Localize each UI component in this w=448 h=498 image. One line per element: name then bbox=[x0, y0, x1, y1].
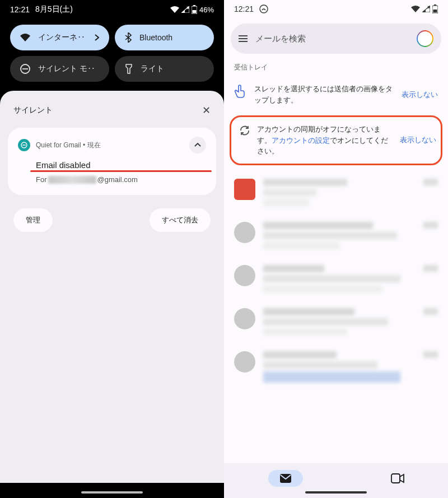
list-item[interactable] bbox=[224, 257, 448, 300]
tip-text: アカウントの同期がオフになっています。アカウントの設定でオンにしてください。 bbox=[257, 124, 394, 157]
notification-panel: サイレント ✕ Quiet for Gmail • 現在 Email disab… bbox=[0, 91, 224, 483]
redacted-text bbox=[263, 189, 316, 196]
close-icon[interactable]: ✕ bbox=[202, 104, 211, 117]
status-time: 12:21 bbox=[234, 4, 254, 13]
sender-avatar bbox=[234, 222, 255, 243]
signal-icon bbox=[181, 6, 189, 13]
svg-rect-3 bbox=[193, 5, 195, 6]
redacted-text bbox=[263, 351, 337, 359]
silent-mode-tile[interactable]: サイレント モ‥ bbox=[10, 56, 109, 82]
status-date: 8月5日(土) bbox=[35, 4, 73, 15]
status-bar: 12:21 bbox=[224, 0, 448, 18]
redacted-text bbox=[423, 222, 438, 229]
bluetooth-tile[interactable]: Bluetooth bbox=[115, 25, 214, 50]
redacted-text bbox=[263, 285, 382, 292]
search-bar[interactable]: メールを検索 bbox=[231, 24, 441, 54]
chevron-up-icon bbox=[194, 143, 201, 147]
tip-text: スレッドを選択するには送信者の画像をタップします。 bbox=[254, 83, 394, 105]
redacted-text bbox=[423, 351, 438, 358]
annotation-underline bbox=[30, 170, 212, 172]
nav-handle[interactable] bbox=[305, 491, 367, 494]
silent-section-title: サイレント bbox=[13, 105, 53, 115]
wifi-icon bbox=[170, 6, 179, 13]
list-item[interactable] bbox=[224, 300, 448, 343]
redacted-text bbox=[263, 242, 339, 249]
menu-icon[interactable] bbox=[239, 35, 248, 42]
wifi-icon bbox=[20, 34, 30, 41]
status-bar: 12:21 8月5日(土) 46% bbox=[0, 0, 224, 19]
sender-avatar bbox=[234, 308, 255, 329]
tile-label: インターネ‥ bbox=[38, 32, 85, 43]
tile-label: Bluetooth bbox=[139, 33, 172, 42]
bluetooth-icon bbox=[125, 32, 132, 43]
dismiss-link[interactable]: 表示しない bbox=[400, 135, 436, 145]
notification-title: Email disabled bbox=[36, 160, 206, 170]
touch-icon bbox=[234, 85, 246, 98]
redacted-text bbox=[263, 328, 347, 336]
redacted-text bbox=[263, 318, 388, 325]
flashlight-tile[interactable]: ライト bbox=[115, 56, 214, 82]
chevron-right-icon bbox=[95, 34, 99, 41]
svg-rect-12 bbox=[434, 4, 436, 6]
nav-handle[interactable] bbox=[81, 491, 143, 494]
sync-icon bbox=[239, 125, 251, 136]
inbox-section-label: 受信トレイ bbox=[224, 58, 448, 76]
sender-avatar bbox=[234, 179, 255, 200]
svg-rect-15 bbox=[391, 474, 400, 483]
sender-avatar bbox=[234, 351, 255, 373]
redacted-text bbox=[48, 176, 96, 184]
flashlight-icon bbox=[125, 64, 133, 74]
meet-tab[interactable] bbox=[391, 473, 404, 483]
account-avatar[interactable] bbox=[417, 30, 433, 47]
app-icon bbox=[18, 139, 30, 151]
mail-icon bbox=[279, 473, 292, 483]
clear-all-button[interactable]: すべて消去 bbox=[150, 208, 211, 232]
account-settings-link[interactable]: アカウントの設定 bbox=[272, 136, 330, 145]
list-item[interactable] bbox=[224, 214, 448, 257]
email-list bbox=[224, 167, 448, 430]
status-time: 12:21 bbox=[10, 5, 30, 14]
tip-sync-off: アカウントの同期がオフになっています。アカウントの設定でオンにしてください。 表… bbox=[230, 115, 442, 165]
tile-label: サイレント モ‥ bbox=[38, 64, 95, 74]
svg-rect-13 bbox=[433, 10, 437, 13]
tile-label: ライト bbox=[141, 64, 164, 74]
video-icon bbox=[391, 473, 404, 483]
redacted-text bbox=[263, 265, 324, 272]
tip-select-threads: スレッドを選択するには送信者の画像をタップします。 表示しない bbox=[224, 76, 448, 113]
dismiss-link[interactable]: 表示しない bbox=[402, 90, 438, 100]
sender-avatar bbox=[234, 265, 255, 286]
svg-rect-4 bbox=[192, 10, 196, 13]
notification-body: For @gmail.com bbox=[36, 175, 206, 184]
redacted-text bbox=[263, 222, 373, 229]
quick-settings-tiles: インターネ‥ Bluetooth サイレント モ‥ ライト bbox=[0, 19, 224, 91]
redacted-text bbox=[263, 371, 400, 383]
mail-tab[interactable] bbox=[268, 470, 303, 487]
redacted-text bbox=[263, 308, 354, 315]
internet-tile[interactable]: インターネ‥ bbox=[10, 25, 109, 50]
dnd-status-icon bbox=[259, 4, 268, 13]
signal-icon bbox=[422, 6, 430, 12]
redacted-text bbox=[423, 179, 438, 185]
battery-icon bbox=[432, 4, 438, 13]
list-item[interactable] bbox=[224, 171, 448, 214]
redacted-text bbox=[263, 361, 377, 369]
redacted-text bbox=[263, 199, 309, 206]
notification-card[interactable]: Quiet for Gmail • 現在 Email disabled For … bbox=[8, 128, 216, 195]
collapse-button[interactable] bbox=[189, 137, 206, 153]
redacted-text bbox=[423, 265, 438, 272]
manage-button[interactable]: 管理 bbox=[13, 208, 53, 232]
search-placeholder: メールを検索 bbox=[255, 34, 409, 44]
wifi-icon bbox=[411, 6, 420, 12]
redacted-text bbox=[263, 232, 397, 239]
battery-icon bbox=[192, 5, 197, 14]
battery-percentage: 46% bbox=[199, 6, 214, 14]
do-not-disturb-icon bbox=[20, 64, 30, 74]
redacted-text bbox=[263, 179, 347, 186]
list-item[interactable] bbox=[224, 343, 448, 390]
redacted-text bbox=[263, 275, 400, 282]
notification-app-label: Quiet for Gmail • 現在 bbox=[36, 141, 101, 150]
redacted-text bbox=[423, 308, 438, 315]
